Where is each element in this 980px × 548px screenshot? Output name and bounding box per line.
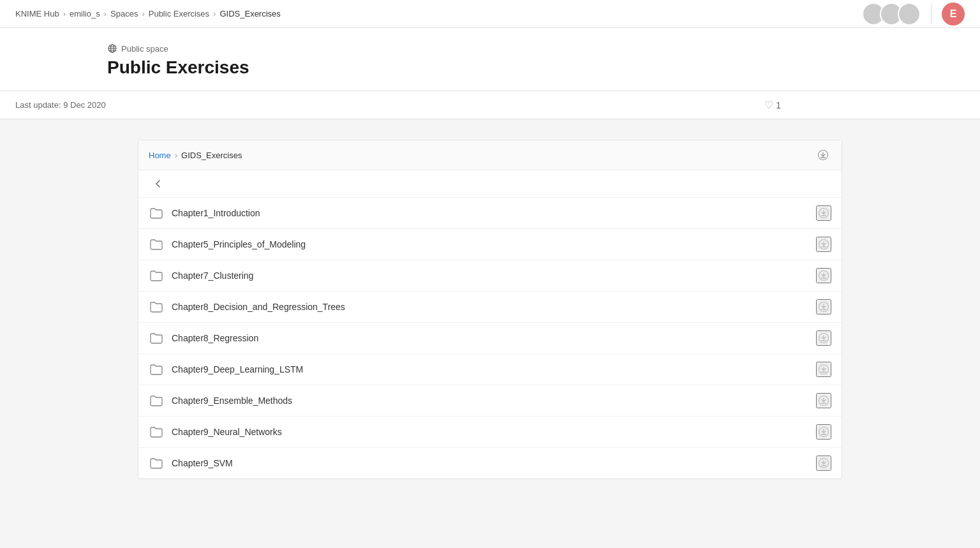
user-avatar-e[interactable]: E — [942, 3, 965, 26]
download-all-button[interactable] — [815, 147, 831, 163]
download-item-button[interactable] — [816, 424, 831, 440]
breadcrumb-knime-hub[interactable]: KNIME Hub — [15, 9, 59, 19]
list-item[interactable]: Chapter8_Decision_and_Regression_Trees — [138, 292, 842, 323]
page-title: Public Exercises — [107, 57, 249, 78]
folder-icon — [149, 362, 164, 377]
download-item-button[interactable] — [816, 237, 831, 252]
top-nav-bar: KNIME Hub › emilio_s › Spaces › Public E… — [0, 0, 980, 28]
breadcrumb-sep-4: › — [213, 9, 216, 19]
path-current: GIDS_Exercises — [181, 151, 242, 160]
breadcrumb-current: GIDS_Exercises — [219, 9, 280, 19]
file-name: Chapter9_Neural_Networks — [172, 427, 816, 437]
avatar-divider — [931, 4, 932, 24]
like-section: ♡ 1 — [764, 99, 781, 111]
file-path: Home › GIDS_Exercises — [149, 151, 242, 160]
download-item-button[interactable] — [816, 362, 831, 377]
file-name: Chapter9_SVM — [172, 458, 816, 468]
folder-icon — [149, 424, 164, 440]
back-button[interactable] — [149, 177, 168, 191]
breadcrumb-sep-2: › — [104, 9, 107, 19]
list-item[interactable]: Chapter7_Clustering — [138, 260, 842, 292]
breadcrumb-emilio[interactable]: emilio_s — [70, 9, 100, 19]
file-name: Chapter7_Clustering — [172, 270, 816, 281]
breadcrumb: KNIME Hub › emilio_s › Spaces › Public E… — [15, 9, 281, 19]
file-browser-header: Home › GIDS_Exercises — [138, 140, 842, 170]
download-item-button[interactable] — [816, 299, 831, 315]
download-item-button[interactable] — [816, 455, 831, 471]
folder-icon — [149, 393, 164, 408]
download-item-button[interactable] — [816, 205, 831, 221]
top-bar-right: E — [862, 3, 965, 26]
breadcrumb-sep-3: › — [142, 9, 144, 19]
file-name: Chapter8_Decision_and_Regression_Trees — [172, 302, 816, 312]
file-name: Chapter5_Principles_of_Modeling — [172, 239, 816, 249]
breadcrumb-sep-1: › — [63, 9, 66, 19]
last-update-text: Last update: 9 Dec 2020 — [15, 100, 106, 110]
metadata-bar: Last update: 9 Dec 2020 ♡ 1 — [0, 91, 980, 119]
breadcrumb-public-exercises[interactable]: Public Exercises — [149, 9, 209, 19]
folder-icon — [149, 237, 164, 252]
breadcrumb-spaces[interactable]: Spaces — [110, 9, 138, 19]
space-type-text: Public space — [121, 44, 168, 54]
folder-icon — [149, 299, 164, 315]
file-name: Chapter1_Introduction — [172, 208, 816, 218]
list-item[interactable]: Chapter9_Ensemble_Methods — [138, 385, 842, 417]
list-item[interactable]: Chapter8_Regression — [138, 323, 842, 354]
globe-icon — [107, 43, 117, 54]
download-item-button[interactable] — [816, 268, 831, 283]
folder-icon — [149, 268, 164, 283]
avatar-user-c[interactable] — [898, 3, 921, 26]
public-space-label: Public space — [107, 43, 249, 54]
back-row — [138, 170, 842, 198]
path-home-link[interactable]: Home — [149, 151, 171, 160]
download-item-button[interactable] — [816, 393, 831, 408]
path-sep: › — [175, 151, 177, 160]
file-name: Chapter9_Deep_Learning_LSTM — [172, 364, 816, 374]
folder-icon — [149, 205, 164, 221]
list-item[interactable]: Chapter9_SVM — [138, 448, 842, 478]
folder-icon — [149, 455, 164, 471]
list-item[interactable]: Chapter1_Introduction — [138, 198, 842, 229]
list-item[interactable]: Chapter9_Deep_Learning_LSTM — [138, 354, 842, 385]
heart-icon[interactable]: ♡ — [764, 99, 773, 111]
file-name: Chapter9_Ensemble_Methods — [172, 396, 816, 406]
list-item[interactable]: Chapter9_Neural_Networks — [138, 417, 842, 448]
file-browser: Home › GIDS_Exercises — [138, 140, 842, 479]
likes-count: 1 — [776, 100, 781, 110]
file-list: Chapter1_Introduction Chapter5_Principle… — [138, 198, 842, 478]
file-name: Chapter8_Regression — [172, 333, 816, 343]
list-item[interactable]: Chapter5_Principles_of_Modeling — [138, 229, 842, 260]
avatar-group — [862, 3, 921, 26]
folder-icon — [149, 330, 164, 346]
download-item-button[interactable] — [816, 330, 831, 346]
page-header: Public space Public Exercises — [0, 28, 980, 91]
